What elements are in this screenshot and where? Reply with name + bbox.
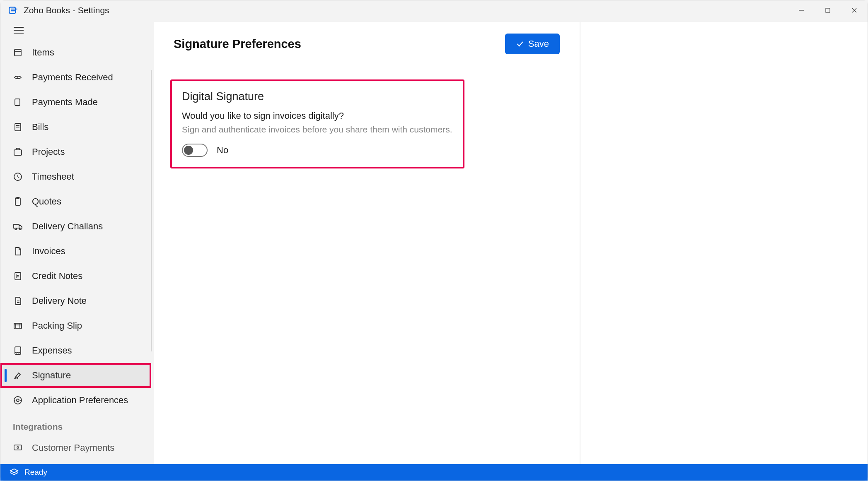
- digital-signature-toggle[interactable]: [182, 144, 208, 157]
- sidebar-item-label: Payments Received: [32, 72, 113, 83]
- sidebar-item-projects[interactable]: Projects: [0, 139, 151, 164]
- sidebar-item-label: Invoices: [32, 246, 65, 257]
- sidebar-item-payments-received[interactable]: Payments Received: [0, 65, 151, 90]
- payments-received-icon: [13, 72, 23, 82]
- app-logo-icon: [8, 5, 19, 16]
- sidebar-item-label: Packing Slip: [32, 320, 82, 331]
- sidebar-item-label: Expenses: [32, 345, 72, 356]
- sidebar-item-items[interactable]: Items: [0, 40, 151, 65]
- sidebar-item-application-preferences[interactable]: Application Preferences: [0, 388, 151, 413]
- toggle-knob: [184, 146, 193, 155]
- hamburger-button[interactable]: [0, 20, 154, 40]
- app-preferences-icon: [13, 395, 23, 405]
- signature-icon: [13, 370, 23, 380]
- sidebar-section-integrations: Integrations: [0, 413, 151, 436]
- close-button[interactable]: [841, 0, 868, 20]
- sidebar-item-customer-payments[interactable]: Customer Payments: [0, 436, 151, 452]
- svg-point-30: [17, 399, 19, 402]
- sidebar-item-bills[interactable]: Bills: [0, 115, 151, 139]
- maximize-button[interactable]: [815, 0, 841, 20]
- sidebar-item-payments-made[interactable]: Payments Made: [0, 90, 151, 115]
- sidebar-item-quotes[interactable]: Quotes: [0, 189, 151, 214]
- content-pane: Signature Preferences Save Digital Signa…: [154, 22, 580, 464]
- main-area: Signature Preferences Save Digital Signa…: [154, 20, 868, 464]
- sidebar-item-label: Delivery Note: [32, 296, 87, 306]
- svg-rect-24: [14, 323, 22, 328]
- sidebar-item-label: Quotes: [32, 196, 61, 207]
- sidebar-item-credit-notes[interactable]: Credit Notes: [0, 264, 151, 289]
- svg-point-19: [15, 228, 17, 230]
- sidebar: ItemsPayments ReceivedPayments MadeBills…: [0, 20, 154, 464]
- svg-rect-10: [15, 99, 20, 106]
- svg-rect-8: [15, 49, 21, 56]
- right-empty-pane: [580, 22, 868, 464]
- sidebar-scrollbar[interactable]: [151, 70, 152, 351]
- sidebar-item-signature[interactable]: Signature: [0, 363, 151, 388]
- sidebar-item-label: Bills: [32, 122, 48, 132]
- payments-made-icon: [13, 97, 23, 107]
- app-window: Zoho Books - Settings ItemsPayments Rece…: [0, 0, 868, 481]
- body-area: ItemsPayments ReceivedPayments MadeBills…: [0, 20, 868, 464]
- expenses-icon: [13, 346, 23, 356]
- digital-signature-heading: Digital Signature: [182, 90, 453, 103]
- timesheet-icon: [13, 172, 23, 182]
- statusbar: Ready: [0, 464, 868, 481]
- quotes-icon: [13, 197, 23, 207]
- sidebar-item-timesheet[interactable]: Timesheet: [0, 164, 151, 189]
- content-header: Signature Preferences Save: [154, 22, 580, 66]
- sidebar-item-label: Application Preferences: [32, 395, 128, 406]
- invoices-icon: [13, 246, 23, 256]
- digital-signature-toggle-label: No: [217, 145, 228, 156]
- sidebar-item-packing-slip[interactable]: Packing Slip: [0, 313, 151, 338]
- projects-icon: [13, 147, 23, 157]
- svg-point-34: [17, 447, 19, 448]
- packing-slip-icon: [13, 321, 23, 331]
- svg-point-20: [19, 228, 21, 230]
- svg-rect-33: [14, 445, 22, 450]
- bills-icon: [13, 122, 23, 132]
- status-text: Ready: [24, 468, 47, 477]
- credit-notes-icon: [13, 271, 23, 281]
- window-controls: [788, 0, 868, 20]
- sidebar-item-label: Timesheet: [32, 171, 74, 182]
- save-button-label: Save: [528, 38, 549, 49]
- svg-marker-35: [10, 469, 18, 473]
- svg-rect-28: [15, 347, 21, 354]
- svg-rect-21: [15, 272, 21, 280]
- items-icon: [13, 48, 23, 58]
- minimize-button[interactable]: [788, 0, 815, 20]
- digital-signature-toggle-row: No: [182, 144, 453, 157]
- sidebar-item-label: Items: [32, 47, 54, 58]
- delivery-challans-icon: [13, 221, 23, 231]
- customer-payments-icon: [13, 443, 23, 452]
- save-button[interactable]: Save: [505, 34, 560, 54]
- content-body: Digital Signature Would you like to sign…: [154, 66, 580, 182]
- sidebar-item-expenses[interactable]: Expenses: [0, 338, 151, 363]
- sidebar-nav: ItemsPayments ReceivedPayments MadeBills…: [0, 40, 154, 464]
- sidebar-item-label: Delivery Challans: [32, 221, 103, 232]
- window-title: Zoho Books - Settings: [24, 5, 109, 15]
- sidebar-item-delivery-challans[interactable]: Delivery Challans: [0, 214, 151, 239]
- sidebar-item-invoices[interactable]: Invoices: [0, 239, 151, 264]
- sidebar-item-label: Projects: [32, 147, 65, 157]
- sidebar-item-label: Customer Payments: [32, 443, 114, 452]
- sidebar-item-label: Payments Made: [32, 97, 98, 108]
- digital-signature-hint: Sign and authenticate invoices before yo…: [182, 125, 453, 135]
- svg-rect-18: [14, 224, 19, 228]
- page-title: Signature Preferences: [174, 37, 301, 51]
- sidebar-item-label: Credit Notes: [32, 271, 82, 281]
- digital-signature-card: Digital Signature Would you like to sign…: [170, 79, 464, 168]
- delivery-note-icon: [13, 296, 23, 306]
- digital-signature-question: Would you like to sign invoices digitall…: [182, 111, 453, 121]
- status-stack-icon: [10, 468, 19, 477]
- sidebar-item-label: Signature: [32, 370, 71, 381]
- svg-rect-14: [14, 150, 22, 155]
- check-icon: [516, 40, 524, 48]
- svg-rect-2: [826, 8, 830, 12]
- sidebar-item-delivery-note[interactable]: Delivery Note: [0, 289, 151, 313]
- titlebar: Zoho Books - Settings: [0, 0, 868, 20]
